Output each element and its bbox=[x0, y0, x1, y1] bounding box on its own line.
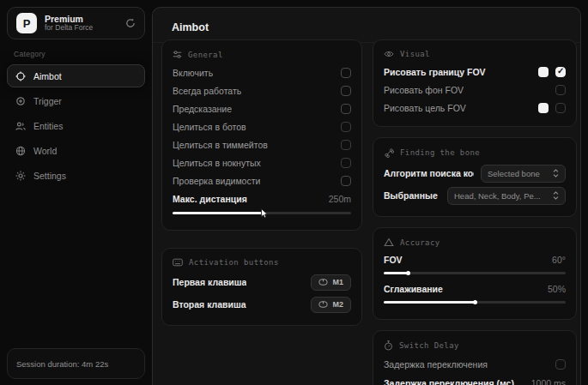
slider-row: Задержка переключения (мс) 1000 ms bbox=[384, 373, 566, 385]
slider-value: 60° bbox=[552, 255, 566, 265]
left-column: General Включить Всегда работать Предска… bbox=[161, 39, 362, 326]
checkbox[interactable] bbox=[341, 176, 351, 186]
product-subtitle: for Delta Force bbox=[45, 24, 93, 33]
eye-icon bbox=[384, 50, 394, 58]
checkbox[interactable] bbox=[555, 103, 566, 113]
toggle-row: Проверка видимости bbox=[173, 171, 351, 189]
sidebar-item-label: Trigger bbox=[33, 96, 62, 106]
chevrons-up-down-icon bbox=[553, 191, 559, 200]
sidebar-item-label: Settings bbox=[33, 171, 66, 181]
smoothing-slider[interactable] bbox=[384, 301, 566, 304]
card-title: Visual bbox=[400, 50, 430, 58]
checkbox[interactable] bbox=[341, 86, 351, 96]
select-value: Selected bone bbox=[488, 169, 540, 178]
visual-row: Рисовать фон FOV bbox=[384, 81, 566, 99]
slider-value: 250m bbox=[329, 194, 351, 204]
gear-icon bbox=[15, 171, 26, 181]
right-column: Visual Рисовать границу FOV Рисовать фон… bbox=[373, 39, 577, 385]
toggle-row: Целиться в нокнутых bbox=[173, 153, 351, 171]
toggle-label: Задержка переключения bbox=[384, 359, 488, 370]
chevrons-up-down-icon bbox=[553, 169, 559, 177]
select-label: Выбранные кости bbox=[384, 190, 440, 201]
timer-icon bbox=[384, 340, 393, 351]
page-title: Aimbot bbox=[172, 21, 209, 33]
keybind-label: Первая клавиша bbox=[173, 277, 246, 287]
main-panel: Aimbot General Включить Всегда работать bbox=[152, 7, 581, 385]
toggle-label: Включить bbox=[173, 68, 213, 78]
keyboard-icon bbox=[173, 258, 183, 267]
selected-bones-select[interactable]: Head, Neck, Body, Pe... bbox=[447, 187, 566, 205]
color-swatch[interactable] bbox=[538, 67, 549, 77]
sidebar-item-label: World bbox=[33, 146, 57, 156]
sidebar-item-entities[interactable]: Entities bbox=[7, 114, 145, 137]
bone-algorithm-row: Алгоритм поиска костей Selected bone bbox=[384, 162, 566, 184]
card-activation-buttons: Activation buttons Первая клавиша M1 Вто… bbox=[161, 248, 362, 326]
color-swatch[interactable] bbox=[538, 103, 549, 113]
checkbox[interactable] bbox=[341, 68, 351, 78]
slider-label: FOV bbox=[384, 255, 403, 265]
checkbox[interactable] bbox=[341, 158, 351, 168]
card-visual: Visual Рисовать границу FOV Рисовать фон… bbox=[373, 39, 577, 127]
brand-logo: P bbox=[16, 13, 37, 33]
session-status-label: Session duration: 4m 22s bbox=[16, 359, 108, 369]
globe-icon bbox=[15, 146, 26, 156]
slider-row: Сглаживание 50% bbox=[384, 280, 566, 297]
slider-label: Задержка переключения (мс) bbox=[384, 378, 514, 385]
trigger-icon bbox=[15, 96, 26, 106]
panel-header: Aimbot bbox=[153, 8, 580, 43]
keybind-button-1[interactable]: M1 bbox=[311, 274, 351, 291]
select-label: Алгоритм поиска костей bbox=[384, 168, 474, 178]
session-status: Session duration: 4m 22s bbox=[7, 348, 145, 379]
toggle-label: Целиться в нокнутых bbox=[173, 158, 261, 168]
triangle-icon bbox=[384, 238, 394, 247]
slider-label: Сглаживание bbox=[384, 284, 443, 294]
slider-row: FOV 60° bbox=[384, 251, 566, 268]
card-title: General bbox=[188, 51, 223, 59]
bone-algorithm-select[interactable]: Selected bone bbox=[481, 165, 566, 183]
max-distance-slider[interactable] bbox=[173, 212, 351, 214]
sidebar-item-trigger[interactable]: Trigger bbox=[7, 89, 145, 112]
keybind-row: Вторая клавиша M2 bbox=[173, 293, 351, 316]
toggle-label: Всегда работать bbox=[173, 86, 241, 96]
category-label: Category bbox=[14, 50, 152, 58]
slider-value: 50% bbox=[548, 284, 566, 294]
sidebar-item-label: Entities bbox=[33, 121, 63, 131]
checkbox[interactable] bbox=[341, 140, 351, 150]
slider-value: 1000 ms bbox=[531, 378, 566, 385]
keybind-button-2[interactable]: M2 bbox=[311, 297, 351, 313]
toggle-row: Предсказание bbox=[173, 99, 351, 117]
checkbox[interactable] bbox=[555, 67, 566, 77]
toggle-row: Включить bbox=[173, 63, 351, 81]
visual-label: Рисовать границу FOV bbox=[384, 67, 486, 77]
checkbox[interactable] bbox=[555, 359, 566, 370]
sidebar: P Premium for Delta Force Category Aimbo… bbox=[0, 0, 152, 385]
toggle-label: Предсказание bbox=[173, 104, 232, 114]
keybind-value: M1 bbox=[332, 278, 343, 286]
selected-bones-row: Выбранные кости Head, Neck, Body, Pe... bbox=[384, 184, 566, 207]
mouse-cursor bbox=[261, 208, 269, 219]
card-accuracy: Accuracy FOV 60° Сглаживание 50% bbox=[373, 227, 577, 320]
visual-row: Рисовать границу FOV bbox=[384, 63, 566, 81]
visual-row: Рисовать цель FOV bbox=[384, 99, 566, 117]
toggle-row: Целиться в ботов bbox=[173, 117, 351, 135]
sidebar-item-settings[interactable]: Settings bbox=[7, 164, 145, 187]
keybind-value: M2 bbox=[332, 300, 343, 309]
sliders-icon bbox=[173, 50, 182, 59]
card-title: Activation buttons bbox=[189, 258, 279, 267]
toggle-row: Всегда работать bbox=[173, 81, 351, 99]
keybind-label: Вторая клавиша bbox=[173, 299, 246, 310]
sidebar-item-world[interactable]: World bbox=[7, 139, 145, 162]
visual-label: Рисовать фон FOV bbox=[384, 85, 464, 95]
fov-slider[interactable] bbox=[384, 272, 566, 274]
entities-icon bbox=[15, 121, 26, 131]
checkbox[interactable] bbox=[555, 85, 566, 95]
sidebar-item-aimbot[interactable]: Aimbot bbox=[7, 64, 145, 87]
toggle-row: Целиться в тиммейтов bbox=[173, 135, 351, 153]
slider-label: Макс. дистанция bbox=[173, 194, 247, 204]
card-finding-bone: Finding the bone Алгоритм поиска костей … bbox=[373, 137, 577, 217]
visual-label: Рисовать цель FOV bbox=[384, 103, 466, 113]
sync-icon[interactable] bbox=[125, 18, 136, 28]
mouse-icon bbox=[318, 301, 328, 308]
checkbox[interactable] bbox=[341, 104, 351, 114]
checkbox[interactable] bbox=[341, 122, 351, 132]
